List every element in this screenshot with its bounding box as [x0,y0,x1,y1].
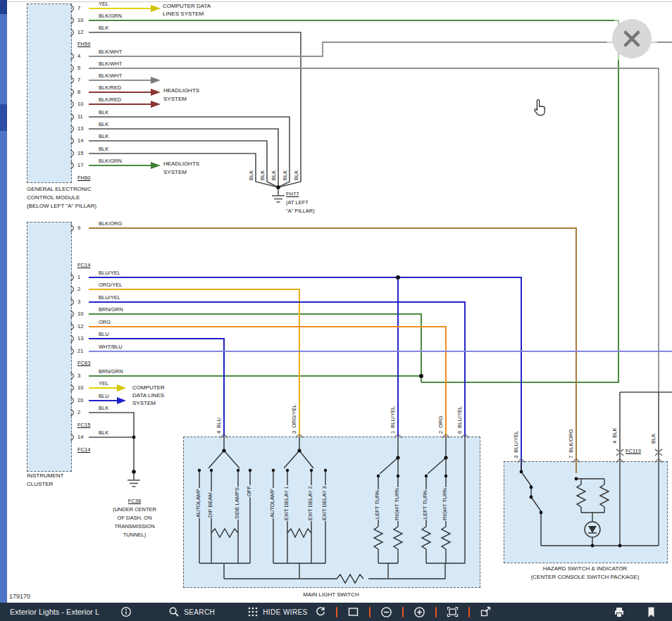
wire-label: BLK/ORG [99,221,122,227]
mls-title: MAIN LIGHT SWITCH [254,591,409,598]
close-button[interactable] [612,19,652,58]
search-icon [168,606,180,617]
wire-label: BRN/GRN [99,369,123,375]
switch-position-label: EXIT DELAY 1 [284,485,290,521]
search-label: SEARCH [184,608,215,616]
toolbar-separator [369,607,371,617]
connector-label-fc15: FC15 [77,422,90,429]
system-label: COMPUTER [132,384,165,391]
hazard-title: HAZARD SWITCH & INDICATOR [504,565,666,572]
wire-label: BLK/RED [99,85,121,92]
wire-label: YEL [99,1,108,8]
pin-number: 13 [77,336,83,342]
system-label: HEADLIGHTS [163,161,199,167]
bottom-toolbar: Exterior Lights - Exterior L SEARCH [0,603,672,621]
hazard-switch-internals [521,461,659,546]
zoom-in-icon [413,606,425,618]
switch-position-label: RIGHT TURN [394,487,401,521]
wire-label: BRN/GRN [99,307,123,313]
region-zoom-button[interactable] [347,606,359,617]
wire-label: BLK [99,110,108,116]
wire-label-vertical: 4 BLK [612,427,618,444]
system-label: SYSTEM [163,169,187,175]
ground-location: OF DASH, ON [103,515,166,522]
pin-number: 10 [77,18,83,24]
pin-number: 3 [77,373,80,380]
switch-position-label: LEFT TURN [423,489,429,520]
pin-number: 8 [77,89,80,96]
connector-label-fc119: FC119 [626,448,641,455]
wire-label: BLK [99,25,108,32]
wire-label: BLK [99,134,108,140]
diagram-title-tab[interactable]: Exterior Lights - Exterior L [10,608,99,616]
wire-brngrn-1 [89,314,421,382]
pin-number: 21 [77,349,83,355]
pin-number: 10 [77,311,83,318]
system-label: SYSTEM [163,96,187,102]
wire-blkgrn-long [89,20,618,382]
gecm-title: CONTROL MODULE [27,194,80,201]
connector-label-fc63: FC63 [77,360,90,367]
reset-view-button[interactable] [315,606,326,617]
pin-number: 14 [77,138,83,144]
wire-label-vertical: 3 BLU/YEL [514,431,520,458]
pin-number: 13 [77,126,83,132]
connector-label-fh60: FH60 [77,175,90,182]
switch-position-label: LEFT TURN [375,489,381,520]
wire-blk-right [620,392,672,546]
pin-number: 2 [77,287,80,293]
ground-label-fc38: FC38 [103,498,166,505]
pin-number: 1 [77,275,80,281]
pin-number: 3 [77,299,80,306]
ground-label-fh77: FH77 [286,192,299,198]
wire-label: BLK/GRN [99,13,122,20]
wire-label: BLK [99,430,108,437]
print-button[interactable] [613,606,626,618]
system-arrows [117,5,161,404]
scrollbar-thumb[interactable] [0,104,7,131]
wire-blk-ground1 [89,413,134,472]
cluster-title: CLUSTER [27,481,53,487]
wire-label-vertical: 1 BLU/YEL [390,406,397,434]
wire-label: BLK [99,146,108,153]
cluster-title: INSTRUMENT [27,472,63,479]
wire-bluyel-1 [89,277,521,472]
toolbar-separator [336,607,337,617]
hide-wires-button[interactable]: HIDE WIRES [247,606,307,617]
bookmark-icon [645,606,657,618]
switch-position-label: EXIT DELAY 3 [322,485,328,521]
pin-number: 20 [77,398,83,404]
fit-screen-button[interactable] [447,606,459,617]
wire-label: BLK/WHT [99,73,122,80]
switch-position-label: EXIT DELAY 2 [308,485,314,521]
wire-label-vertical: BLK [260,170,266,180]
left-scrollbar[interactable] [0,0,7,621]
zoom-in-button[interactable] [413,606,425,618]
system-label: HEADLIGHTS [163,87,199,94]
app-window: 7 YEL 10 BLK/GRN 12 BLK FH59 4 BLK/WHT 5… [0,0,672,621]
export-button[interactable] [480,606,492,617]
wire-label: BLU/YEL [99,295,120,301]
zoom-out-button[interactable] [380,606,392,618]
scrollbar-top-cap [0,0,7,14]
wire-label: BLK [99,122,108,128]
gecm-title: (BELOW LEFT "A" PILLAR) [27,203,97,209]
info-button[interactable] [120,606,132,617]
ground-location: "A" PILLAR) [286,208,315,215]
wire-label-vertical: 6 BLU/YEL [457,406,463,434]
ground-fh77 [272,187,285,202]
ground-location: (AT LEFT [286,200,309,206]
search-button[interactable]: SEARCH [168,606,215,617]
connector-label-fh59: FH59 [77,42,90,48]
wire-label: ORG/YEL [99,282,122,289]
connector-label-fc14b: FC14 [77,447,90,453]
bookmark-button[interactable] [645,606,657,618]
wires-grid-icon [247,606,259,617]
reset-icon [315,606,326,617]
toolbar-separator [402,607,404,617]
pin-number: 7 [77,6,80,12]
system-label: DATA LINES [132,392,164,399]
mouse-cursor [533,99,549,120]
wire-label-vertical: 3 ORG/YEL [292,404,298,434]
switch-position-label: SIDE LAMPS [235,487,241,520]
